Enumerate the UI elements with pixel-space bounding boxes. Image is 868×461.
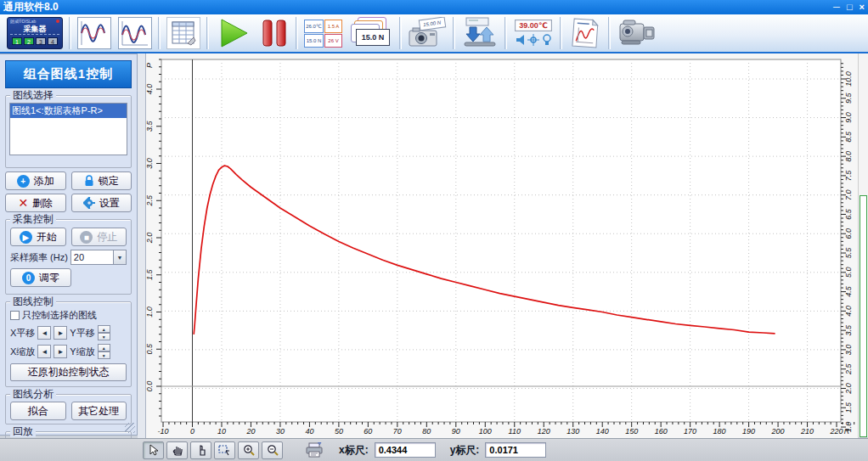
- meter-reading: 26.0℃: [304, 20, 324, 33]
- x-tick-label: 80: [422, 427, 431, 436]
- meter-reading: 15.0 N: [356, 29, 390, 46]
- zoom-in-button[interactable]: [238, 441, 259, 459]
- y-tick-label-right: 7.5: [844, 170, 853, 182]
- only-selected-label: 只控制选择的图线: [22, 309, 97, 322]
- x-zoom-out-button[interactable]: ◄: [37, 345, 51, 358]
- toolbar-separator: [158, 17, 161, 49]
- zoom-out-icon: [267, 444, 279, 456]
- report-button[interactable]: [565, 15, 606, 51]
- fit-button[interactable]: 拟合: [10, 402, 66, 420]
- vertical-scrollbar[interactable]: [858, 53, 868, 437]
- start-acquisition-button[interactable]: [211, 15, 256, 51]
- meter-stack-button[interactable]: 15.0 N: [346, 15, 397, 51]
- minimize-button[interactable]: ─: [833, 1, 840, 14]
- toolbar-separator: [453, 17, 455, 49]
- rect-select-icon: [218, 444, 231, 456]
- plot-area: [161, 59, 841, 422]
- x-pan-label: X平移: [10, 327, 35, 340]
- x-pan-left-button[interactable]: ◄: [37, 326, 51, 340]
- waveform-view-button-1[interactable]: [74, 15, 115, 51]
- environment-control-button[interactable]: 39.00℃: [510, 15, 557, 51]
- power-led-icon: [56, 20, 59, 23]
- scrollbar-thumb[interactable]: [860, 195, 867, 437]
- y-zoom-spinner[interactable]: ▲▼: [98, 344, 110, 359]
- sample-rate-combo[interactable]: 20 ▼: [70, 250, 127, 265]
- table-icon: [166, 17, 200, 49]
- y-axis-label: P: [146, 63, 154, 68]
- curve-listbox[interactable]: 图线1<:数据表格P-R>: [9, 103, 127, 155]
- video-capture-button[interactable]: [613, 15, 662, 51]
- y-tick-label-right: 8.0: [844, 151, 853, 162]
- x-ruler-value[interactable]: 0.4344: [375, 442, 436, 458]
- control-panel: 组合图线1控制 图线选择 图线1<:数据表格P-R> + 添加 锁定 ✕: [0, 53, 138, 436]
- pause-acquisition-button[interactable]: [256, 15, 293, 51]
- x-zoom-in-button[interactable]: ►: [54, 345, 67, 358]
- stop-label: 停止: [97, 230, 117, 245]
- x-tick-label: 0: [190, 427, 194, 436]
- close-button[interactable]: ×: [860, 1, 865, 14]
- panel-resize-grip[interactable]: [125, 423, 135, 433]
- y-tick-label-right: 9.0: [844, 112, 853, 123]
- x-zoom-label: X缩放: [10, 346, 35, 358]
- hand-icon: [172, 444, 183, 456]
- panel-chart-divider[interactable]: [138, 53, 146, 438]
- data-transfer-button[interactable]: [458, 15, 502, 51]
- y-tick-label-right: 2.5: [844, 363, 853, 375]
- x-tick-label: 30: [276, 427, 285, 436]
- sample-rate-value: 20: [71, 252, 113, 262]
- y-ruler-value[interactable]: 0.0171: [485, 442, 546, 458]
- rect-zoom-button[interactable]: [214, 441, 235, 459]
- port-4: 4: [48, 37, 58, 45]
- plus-icon: +: [17, 175, 30, 188]
- collector-device-button[interactable]: 朗威®DISLab 采集器 1 2 3 4: [3, 15, 66, 51]
- y-tick-label-right: 7.0: [844, 189, 853, 200]
- other-processing-button[interactable]: 其它处理: [71, 402, 127, 420]
- y-tick-label-right: 4.0: [844, 306, 853, 317]
- curve-settings-button[interactable]: 设置: [71, 194, 132, 212]
- print-button[interactable]: [303, 441, 324, 459]
- point-hand-button[interactable]: [190, 441, 211, 459]
- curve-select-label: 图线选择: [10, 89, 56, 101]
- meters-panel-button[interactable]: 26.0℃ 1.5 A 15.0 N 26 V: [301, 15, 346, 51]
- data-table-button[interactable]: [163, 15, 204, 51]
- delete-curve-button[interactable]: ✕ 删除: [5, 194, 66, 212]
- sample-rate-label: 采样频率 (Hz): [10, 251, 68, 264]
- delete-x-icon: ✕: [18, 197, 28, 209]
- waveform-view-button-2[interactable]: [115, 15, 155, 51]
- temperature-reading: 39.00℃: [515, 20, 551, 31]
- add-curve-button[interactable]: + 添加: [5, 171, 66, 190]
- zero-adjust-button[interactable]: 0 调零: [10, 268, 71, 287]
- pan-hand-button[interactable]: [166, 441, 188, 459]
- port-3: 3: [36, 37, 46, 45]
- chevron-down-icon[interactable]: ▼: [113, 250, 126, 264]
- y-tick-label-right: 1.0: [844, 422, 853, 433]
- zoom-out-button[interactable]: [262, 441, 283, 459]
- y-tick-label-left: 2.0: [146, 233, 154, 245]
- toolbar-separator: [206, 17, 209, 49]
- chart-area: -100102030405060708090100110120130140150…: [146, 53, 858, 438]
- play-icon: [215, 17, 252, 49]
- gear-icon: [83, 197, 95, 209]
- app-window: 通用软件8.0 ─ □ × 朗威®DISLab 采集器 1 2 3 4: [0, 0, 868, 461]
- x-pan-right-button[interactable]: ►: [54, 326, 67, 340]
- maximize-button[interactable]: □: [847, 1, 853, 14]
- x-tick-label: 10: [217, 427, 226, 436]
- x-tick-label: 130: [566, 427, 579, 436]
- select-cursor-button[interactable]: [143, 441, 164, 459]
- acq-start-button[interactable]: ▶ 开始: [10, 228, 66, 246]
- lock-curve-button[interactable]: 锁定: [71, 171, 132, 190]
- chart-canvas[interactable]: -100102030405060708090100110120130140150…: [146, 53, 858, 438]
- y-pan-label: Y平移: [70, 327, 94, 340]
- play-circle-icon: ▶: [20, 231, 32, 244]
- y-tick-label-left: 3.5: [146, 121, 154, 132]
- y-tick-label-left: 4.0: [146, 84, 154, 95]
- curve-list-item[interactable]: 图线1<:数据表格P-R>: [10, 104, 127, 118]
- window-title: 通用软件8.0: [3, 0, 59, 14]
- start-label: 开始: [37, 230, 57, 245]
- acq-stop-button[interactable]: ■ 停止: [71, 228, 127, 246]
- snapshot-button[interactable]: 15.00 N: [404, 15, 450, 51]
- x-tick-label: 140: [596, 427, 609, 436]
- y-pan-spinner[interactable]: ▲▼: [98, 325, 110, 340]
- only-selected-checkbox[interactable]: [10, 311, 20, 320]
- restore-initial-button[interactable]: 还原初始控制状态: [10, 363, 127, 381]
